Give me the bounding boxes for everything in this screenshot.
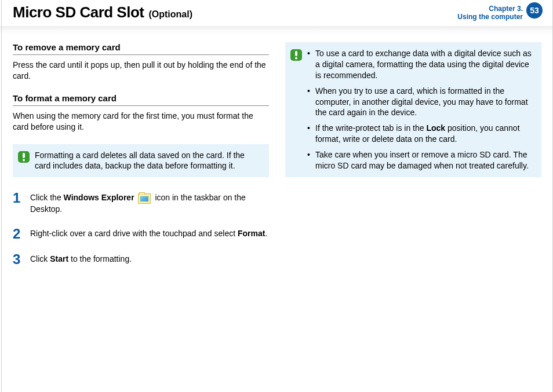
step-2: 2 Right-click over a card drive with the… xyxy=(13,227,269,241)
page-subtitle: (Optional) xyxy=(148,9,192,20)
step-3: 3 Click Start to the formatting. xyxy=(13,252,269,266)
note-item: If the write-protect tab is in the Lock … xyxy=(307,123,534,145)
step-number: 2 xyxy=(13,227,23,241)
svg-rect-4 xyxy=(295,51,297,56)
format-card-body: When using the memory card for the first… xyxy=(13,111,269,133)
remove-card-heading: To remove a memory card xyxy=(13,42,269,55)
svg-rect-1 xyxy=(23,153,25,158)
format-warning-text: Formatting a card deletes all data saved… xyxy=(35,150,262,172)
note-item: To use a card to exchange data with a di… xyxy=(307,48,534,81)
notes-callout: To use a card to exchange data with a di… xyxy=(285,42,541,177)
remove-card-body: Press the card until it pops up, then pu… xyxy=(13,60,269,82)
svg-point-2 xyxy=(23,159,25,161)
format-card-heading: To format a memory card xyxy=(13,93,269,106)
windows-explorer-icon xyxy=(138,193,151,204)
left-column: To remove a memory card Press the card u… xyxy=(13,42,269,278)
format-warning-callout: Formatting a card deletes all data saved… xyxy=(13,144,269,178)
note-item: When you try to use a card, which is for… xyxy=(307,86,534,119)
warning-icon xyxy=(17,151,30,163)
svg-point-5 xyxy=(295,57,297,60)
warning-icon xyxy=(290,49,303,61)
note-item: Take care when you insert or remove a mi… xyxy=(307,149,534,171)
page-title: Micro SD Card Slot xyxy=(13,3,144,21)
page-header: Micro SD Card Slot (Optional) Chapter 3.… xyxy=(0,0,553,21)
step-number: 3 xyxy=(13,252,23,266)
chapter-name: Using the computer xyxy=(457,13,523,21)
right-column: To use a card to exchange data with a di… xyxy=(285,42,541,278)
step-1: 1 Click the Windows Explorer icon in the… xyxy=(13,191,269,215)
page-number-badge: 53 xyxy=(526,2,543,19)
chapter-label: Chapter 3. xyxy=(457,5,523,13)
step-number: 1 xyxy=(13,191,23,215)
